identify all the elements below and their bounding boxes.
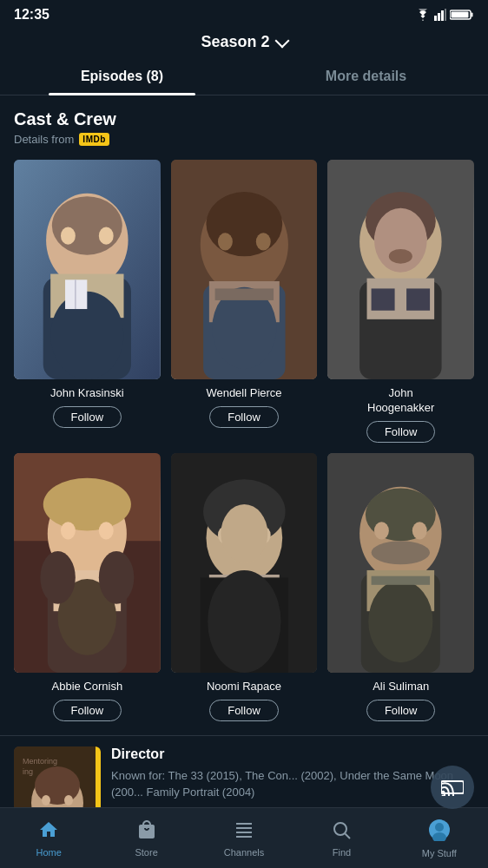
wifi-icon <box>415 9 431 21</box>
status-time: 12:35 <box>14 7 49 23</box>
cast-grid: John Krasinski Follow Wendell Pierce Fol… <box>0 160 488 721</box>
svg-point-72 <box>35 766 80 805</box>
svg-rect-0 <box>434 16 437 21</box>
nav-item-find[interactable]: Find <box>293 819 390 858</box>
svg-text:ing: ing <box>23 767 33 776</box>
svg-point-62 <box>412 522 427 539</box>
svg-rect-2 <box>441 10 444 21</box>
follow-button-ali-suliman[interactable]: Follow <box>366 700 436 721</box>
nav-label-find: Find <box>333 847 351 858</box>
season-selector[interactable]: Season 2 <box>0 26 488 58</box>
svg-point-73 <box>42 795 50 806</box>
svg-point-65 <box>372 541 430 564</box>
svg-point-20 <box>218 233 233 250</box>
svg-rect-5 <box>472 13 473 17</box>
status-bar: 12:35 <box>0 0 488 26</box>
svg-point-36 <box>389 249 412 264</box>
follow-button-wendell-pierce[interactable]: Follow <box>209 406 279 428</box>
svg-rect-67 <box>372 575 430 584</box>
cast-card-abbie-cornish: Abbie Cornish Follow <box>14 453 161 721</box>
imdb-badge: IMDb <box>79 133 109 146</box>
cast-photo-noomi-rapace <box>171 453 318 673</box>
cast-photo-wendell-pierce <box>171 160 318 379</box>
cast-crew-section: Cast & Crew Details from IMDb <box>0 95 488 146</box>
follow-button-john-hoogenakker[interactable]: Follow <box>366 421 436 443</box>
director-known-for: Known for: The 33 (2015), The Con... (20… <box>111 767 474 801</box>
cast-crew-title: Cast & Crew <box>14 109 474 129</box>
director-role: Director <box>111 746 474 762</box>
channels-icon <box>234 819 254 844</box>
battery-icon <box>450 9 474 21</box>
season-label: Season 2 <box>201 33 269 51</box>
nav-label-store: Store <box>135 847 157 858</box>
svg-rect-81 <box>236 836 252 838</box>
cast-card-wendell-pierce: Wendell Pierce Follow <box>171 160 318 443</box>
svg-rect-79 <box>236 827 252 829</box>
cast-face-john-hoogenakker <box>327 160 474 379</box>
cast-face-abbie-cornish <box>14 453 161 673</box>
follow-button-john-krasinski[interactable]: Follow <box>53 406 122 428</box>
nav-item-my-stuff[interactable]: My Stuff <box>391 819 488 858</box>
cast-card-john-krasinski: John Krasinski Follow <box>14 160 161 443</box>
cast-name-ali-suliman: Ali Suliman <box>373 680 429 694</box>
svg-point-10 <box>61 227 76 245</box>
cast-photo-ali-suliman <box>327 453 474 673</box>
cast-photo-john-krasinski <box>14 160 161 379</box>
cast-card-noomi-rapace: Noomi Rapace Follow <box>171 453 318 721</box>
bottom-nav: Home Store Channels Find <box>0 807 488 868</box>
svg-rect-35 <box>406 288 430 310</box>
nav-item-channels[interactable]: Channels <box>195 819 293 858</box>
svg-point-42 <box>99 522 114 539</box>
svg-rect-6 <box>452 12 469 18</box>
cast-card-john-hoogenakker: John Hoogenakker Follow <box>327 160 474 443</box>
svg-line-83 <box>346 833 351 838</box>
follow-button-abbie-cornish[interactable]: Follow <box>53 700 122 721</box>
svg-rect-80 <box>236 832 252 833</box>
svg-point-66 <box>369 581 433 662</box>
avatar-icon <box>428 819 451 841</box>
cast-photo-john-hoogenakker <box>327 160 474 379</box>
svg-point-74 <box>64 795 73 806</box>
cast-face-noomi-rapace <box>171 453 318 673</box>
cast-name-john-krasinski: John Krasinski <box>50 386 124 401</box>
tab-bar: Episodes (8) More details <box>0 58 488 95</box>
find-icon <box>331 819 352 844</box>
svg-rect-34 <box>372 288 395 310</box>
svg-point-47 <box>99 551 134 604</box>
cast-name-abbie-cornish: Abbie Cornish <box>52 680 123 694</box>
svg-point-46 <box>40 551 75 604</box>
cast-card-ali-suliman: Ali Suliman Follow <box>327 453 474 721</box>
svg-point-57 <box>208 570 280 673</box>
details-from-text: Details from <box>14 133 74 146</box>
cast-icon <box>441 779 464 796</box>
svg-point-9 <box>52 196 122 254</box>
chevron-down-icon <box>274 33 289 48</box>
svg-rect-1 <box>438 13 440 21</box>
nav-label-home: Home <box>36 847 62 858</box>
svg-point-55 <box>221 504 267 562</box>
nav-item-home[interactable]: Home <box>0 819 97 858</box>
svg-text:Mentoring: Mentoring <box>23 757 57 766</box>
cast-name-wendell-pierce: Wendell Pierce <box>206 386 281 401</box>
svg-rect-25 <box>214 288 273 299</box>
cast-name-john-hoogenakker: John Hoogenakker <box>367 386 434 416</box>
svg-point-21 <box>255 233 270 250</box>
nav-item-store[interactable]: Store <box>97 819 195 858</box>
nav-label-my-stuff: My Stuff <box>422 848 457 858</box>
follow-button-noomi-rapace[interactable]: Follow <box>209 700 279 721</box>
signal-icon <box>434 9 446 21</box>
nav-label-channels: Channels <box>224 847 264 858</box>
svg-point-85 <box>435 823 444 832</box>
tab-more-details[interactable]: More details <box>244 58 488 95</box>
details-from: Details from IMDb <box>14 133 474 146</box>
cast-face-wendell-pierce <box>171 160 318 379</box>
cast-button[interactable] <box>431 766 474 809</box>
status-icons <box>415 9 474 21</box>
cast-name-noomi-rapace: Noomi Rapace <box>207 680 281 694</box>
store-icon <box>136 819 157 844</box>
tab-episodes[interactable]: Episodes (8) <box>0 58 244 95</box>
cast-photo-abbie-cornish <box>14 453 161 673</box>
svg-point-40 <box>43 477 131 530</box>
cast-face-john-krasinski <box>14 160 161 379</box>
svg-point-11 <box>99 227 114 245</box>
